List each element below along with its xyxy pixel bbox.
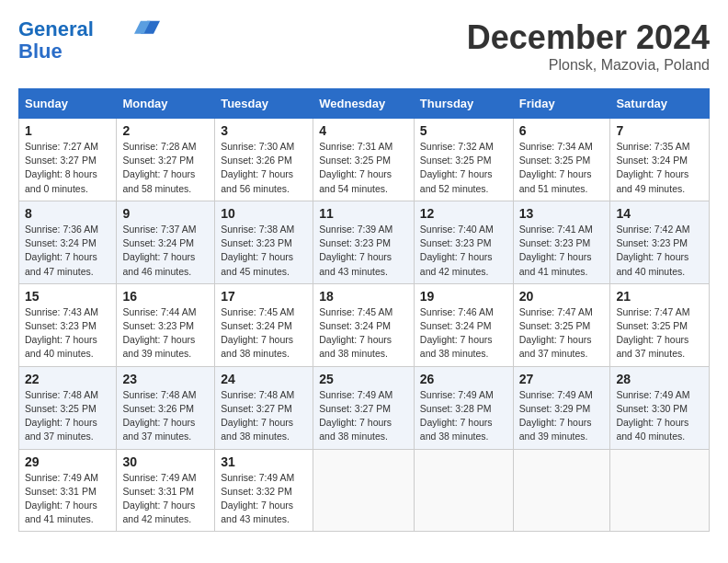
calendar-cell [513,449,610,532]
day-number: 14 [616,206,703,221]
calendar-cell: 18Sunrise: 7:45 AMSunset: 3:24 PMDayligh… [313,283,415,366]
day-number: 18 [319,289,408,304]
calendar-cell: 5Sunrise: 7:32 AMSunset: 3:25 PMDaylight… [414,119,513,201]
day-number: 5 [420,123,507,138]
day-detail: Sunrise: 7:34 AMSunset: 3:25 PMDaylight:… [519,140,605,196]
day-number: 25 [319,372,408,386]
calendar-cell: 16Sunrise: 7:44 AMSunset: 3:23 PMDayligh… [117,283,215,366]
calendar-cell: 30Sunrise: 7:49 AMSunset: 3:31 PMDayligh… [117,449,215,532]
logo-text-blue: Blue [18,40,63,63]
day-detail: Sunrise: 7:27 AMSunset: 3:27 PMDaylight:… [25,140,110,196]
day-detail: Sunrise: 7:49 AMSunset: 3:28 PMDaylight:… [420,388,507,444]
day-detail: Sunrise: 7:48 AMSunset: 3:25 PMDaylight:… [25,388,110,444]
weekday-header: Sunday [19,89,117,119]
day-detail: Sunrise: 7:31 AMSunset: 3:25 PMDaylight:… [319,140,408,196]
day-number: 8 [25,206,110,221]
weekday-header: Monday [117,89,215,119]
day-detail: Sunrise: 7:46 AMSunset: 3:24 PMDaylight:… [420,305,507,362]
calendar-cell: 9Sunrise: 7:37 AMSunset: 3:24 PMDaylight… [117,201,215,283]
calendar-cell: 19Sunrise: 7:46 AMSunset: 3:24 PMDayligh… [414,283,513,366]
calendar-cell: 12Sunrise: 7:40 AMSunset: 3:23 PMDayligh… [414,201,513,283]
day-detail: Sunrise: 7:49 AMSunset: 3:30 PMDaylight:… [616,388,703,444]
day-number: 12 [420,206,507,221]
calendar-cell: 6Sunrise: 7:34 AMSunset: 3:25 PMDaylight… [513,119,610,201]
calendar-cell: 28Sunrise: 7:49 AMSunset: 3:30 PMDayligh… [610,366,710,449]
calendar-cell: 29Sunrise: 7:49 AMSunset: 3:31 PMDayligh… [19,449,117,532]
calendar-cell: 24Sunrise: 7:48 AMSunset: 3:27 PMDayligh… [215,366,313,449]
day-detail: Sunrise: 7:49 AMSunset: 3:31 PMDaylight:… [122,471,209,527]
day-detail: Sunrise: 7:43 AMSunset: 3:23 PMDaylight:… [25,305,110,362]
day-detail: Sunrise: 7:39 AMSunset: 3:23 PMDaylight:… [319,223,408,279]
day-detail: Sunrise: 7:41 AMSunset: 3:23 PMDaylight:… [519,223,605,279]
day-number: 22 [25,372,110,386]
calendar-cell: 17Sunrise: 7:45 AMSunset: 3:24 PMDayligh… [215,283,313,366]
day-number: 6 [519,123,605,138]
day-number: 11 [319,206,408,221]
calendar-cell: 31Sunrise: 7:49 AMSunset: 3:32 PMDayligh… [215,449,313,532]
day-detail: Sunrise: 7:49 AMSunset: 3:27 PMDaylight:… [319,388,408,444]
calendar-cell: 3Sunrise: 7:30 AMSunset: 3:26 PMDaylight… [215,119,313,201]
calendar-week-row: 22Sunrise: 7:48 AMSunset: 3:25 PMDayligh… [19,366,710,449]
day-detail: Sunrise: 7:38 AMSunset: 3:23 PMDaylight:… [221,223,307,279]
logo: General Blue [18,18,160,63]
day-number: 7 [616,123,703,138]
day-detail: Sunrise: 7:30 AMSunset: 3:26 PMDaylight:… [221,140,307,196]
calendar-table: SundayMondayTuesdayWednesdayThursdayFrid… [18,88,710,532]
day-detail: Sunrise: 7:28 AMSunset: 3:27 PMDaylight:… [122,140,209,196]
calendar-cell: 8Sunrise: 7:36 AMSunset: 3:24 PMDaylight… [19,201,117,283]
calendar-cell: 15Sunrise: 7:43 AMSunset: 3:23 PMDayligh… [19,283,117,366]
day-detail: Sunrise: 7:49 AMSunset: 3:32 PMDaylight:… [221,471,307,527]
weekday-header: Tuesday [215,89,313,119]
day-number: 23 [122,372,209,386]
day-detail: Sunrise: 7:40 AMSunset: 3:23 PMDaylight:… [420,223,507,279]
day-number: 13 [519,206,605,221]
day-number: 29 [25,454,110,469]
calendar-cell: 4Sunrise: 7:31 AMSunset: 3:25 PMDaylight… [313,119,415,201]
calendar-cell: 13Sunrise: 7:41 AMSunset: 3:23 PMDayligh… [513,201,610,283]
header: General Blue December 2024 Plonsk, Mazov… [18,18,710,74]
day-number: 10 [221,206,307,221]
calendar-cell [610,449,710,532]
day-detail: Sunrise: 7:35 AMSunset: 3:24 PMDaylight:… [616,140,703,196]
day-detail: Sunrise: 7:42 AMSunset: 3:23 PMDaylight:… [616,223,703,279]
day-detail: Sunrise: 7:49 AMSunset: 3:29 PMDaylight:… [519,388,605,444]
day-number: 15 [25,289,110,304]
day-number: 31 [221,454,307,469]
calendar-cell: 11Sunrise: 7:39 AMSunset: 3:23 PMDayligh… [313,201,415,283]
day-number: 28 [616,372,703,386]
day-number: 1 [25,123,110,138]
calendar-cell [313,449,415,532]
calendar-cell: 26Sunrise: 7:49 AMSunset: 3:28 PMDayligh… [414,366,513,449]
day-number: 9 [122,206,209,221]
location: Plonsk, Mazovia, Poland [467,57,710,74]
day-detail: Sunrise: 7:32 AMSunset: 3:25 PMDaylight:… [420,140,507,196]
weekday-header: Thursday [414,89,513,119]
day-number: 16 [122,289,209,304]
calendar-cell: 10Sunrise: 7:38 AMSunset: 3:23 PMDayligh… [215,201,313,283]
day-detail: Sunrise: 7:47 AMSunset: 3:25 PMDaylight:… [616,305,703,362]
month-title: December 2024 [467,18,710,57]
weekday-header: Saturday [610,89,710,119]
calendar-week-row: 29Sunrise: 7:49 AMSunset: 3:31 PMDayligh… [19,449,710,532]
day-number: 24 [221,372,307,386]
calendar-week-row: 15Sunrise: 7:43 AMSunset: 3:23 PMDayligh… [19,283,710,366]
day-detail: Sunrise: 7:49 AMSunset: 3:31 PMDaylight:… [25,471,110,527]
calendar-cell: 14Sunrise: 7:42 AMSunset: 3:23 PMDayligh… [610,201,710,283]
day-number: 27 [519,372,605,386]
weekday-header-row: SundayMondayTuesdayWednesdayThursdayFrid… [19,89,710,119]
day-number: 30 [122,454,209,469]
day-number: 2 [122,123,209,138]
calendar-week-row: 1Sunrise: 7:27 AMSunset: 3:27 PMDaylight… [19,119,710,201]
calendar-cell [414,449,513,532]
calendar-cell: 23Sunrise: 7:48 AMSunset: 3:26 PMDayligh… [117,366,215,449]
day-detail: Sunrise: 7:48 AMSunset: 3:27 PMDaylight:… [221,388,307,444]
calendar-cell: 20Sunrise: 7:47 AMSunset: 3:25 PMDayligh… [513,283,610,366]
day-detail: Sunrise: 7:44 AMSunset: 3:23 PMDaylight:… [122,305,209,362]
day-number: 21 [616,289,703,304]
day-detail: Sunrise: 7:47 AMSunset: 3:25 PMDaylight:… [519,305,605,362]
day-number: 26 [420,372,507,386]
calendar-cell: 22Sunrise: 7:48 AMSunset: 3:25 PMDayligh… [19,366,117,449]
day-number: 4 [319,123,408,138]
calendar-cell: 1Sunrise: 7:27 AMSunset: 3:27 PMDaylight… [19,119,117,201]
weekday-header: Wednesday [313,89,415,119]
